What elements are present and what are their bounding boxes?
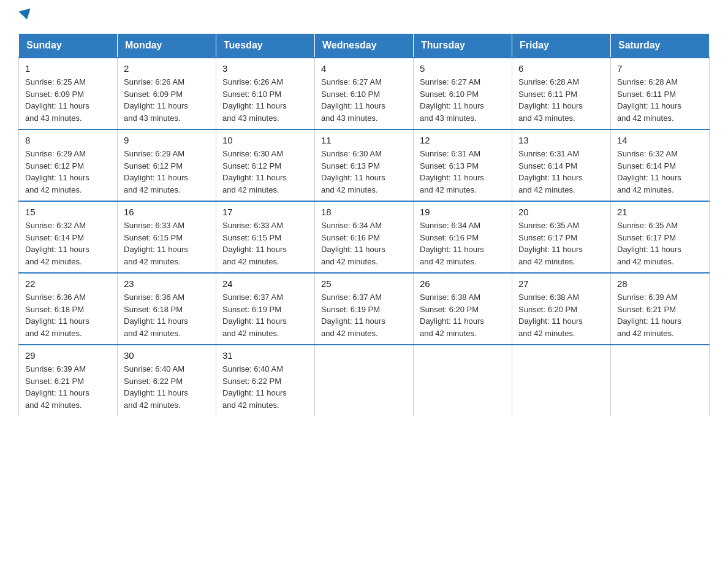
day-number: 5 <box>420 63 506 74</box>
day-info: Sunrise: 6:33 AMSunset: 6:15 PMDaylight:… <box>222 221 287 266</box>
calendar-cell: 1 Sunrise: 6:25 AMSunset: 6:09 PMDayligh… <box>19 58 118 129</box>
day-info: Sunrise: 6:37 AMSunset: 6:19 PMDaylight:… <box>321 293 385 338</box>
day-info: Sunrise: 6:25 AMSunset: 6:09 PMDaylight:… <box>25 77 89 123</box>
calendar-cell: 14 Sunrise: 6:32 AMSunset: 6:14 PMDaylig… <box>611 129 710 201</box>
day-info: Sunrise: 6:35 AMSunset: 6:17 PMDaylight:… <box>617 221 681 266</box>
calendar-header-monday: Monday <box>118 34 216 58</box>
calendar-cell: 15 Sunrise: 6:32 AMSunset: 6:14 PMDaylig… <box>19 201 118 273</box>
calendar-cell <box>512 345 611 416</box>
day-info: Sunrise: 6:26 AMSunset: 6:09 PMDaylight:… <box>124 77 188 123</box>
day-info: Sunrise: 6:37 AMSunset: 6:19 PMDaylight:… <box>222 293 287 338</box>
calendar-cell: 27 Sunrise: 6:38 AMSunset: 6:20 PMDaylig… <box>512 273 611 345</box>
day-number: 24 <box>222 278 308 289</box>
calendar-table: SundayMondayTuesdayWednesdayThursdayFrid… <box>18 33 710 416</box>
day-number: 18 <box>321 207 407 217</box>
calendar-cell: 23 Sunrise: 6:36 AMSunset: 6:18 PMDaylig… <box>118 273 216 345</box>
day-number: 17 <box>222 207 308 217</box>
day-info: Sunrise: 6:28 AMSunset: 6:11 PMDaylight:… <box>617 77 681 123</box>
calendar-cell: 12 Sunrise: 6:31 AMSunset: 6:13 PMDaylig… <box>414 129 512 201</box>
day-number: 3 <box>222 63 308 74</box>
day-number: 9 <box>124 135 210 145</box>
day-info: Sunrise: 6:33 AMSunset: 6:15 PMDaylight:… <box>124 221 188 266</box>
calendar-cell: 25 Sunrise: 6:37 AMSunset: 6:19 PMDaylig… <box>315 273 414 345</box>
day-info: Sunrise: 6:36 AMSunset: 6:18 PMDaylight:… <box>124 293 188 338</box>
calendar-cell: 26 Sunrise: 6:38 AMSunset: 6:20 PMDaylig… <box>414 273 512 345</box>
day-number: 30 <box>124 350 210 361</box>
calendar-header-wednesday: Wednesday <box>315 34 414 58</box>
calendar-cell: 17 Sunrise: 6:33 AMSunset: 6:15 PMDaylig… <box>216 201 315 273</box>
calendar-header-sunday: Sunday <box>19 34 118 58</box>
page-header <box>18 12 710 22</box>
day-number: 31 <box>222 350 308 361</box>
calendar-header-thursday: Thursday <box>414 34 512 58</box>
day-info: Sunrise: 6:27 AMSunset: 6:10 PMDaylight:… <box>420 77 484 123</box>
day-number: 26 <box>420 278 506 289</box>
calendar-cell: 13 Sunrise: 6:31 AMSunset: 6:14 PMDaylig… <box>512 129 611 201</box>
day-number: 14 <box>617 135 703 145</box>
calendar-cell: 31 Sunrise: 6:40 AMSunset: 6:22 PMDaylig… <box>216 345 315 416</box>
day-number: 8 <box>25 135 111 145</box>
calendar-cell: 20 Sunrise: 6:35 AMSunset: 6:17 PMDaylig… <box>512 201 611 273</box>
day-info: Sunrise: 6:38 AMSunset: 6:20 PMDaylight:… <box>518 293 583 338</box>
calendar-header-friday: Friday <box>512 34 611 58</box>
day-info: Sunrise: 6:28 AMSunset: 6:11 PMDaylight:… <box>518 77 583 123</box>
calendar-cell <box>611 345 710 416</box>
day-info: Sunrise: 6:34 AMSunset: 6:16 PMDaylight:… <box>420 221 484 266</box>
calendar-cell: 30 Sunrise: 6:40 AMSunset: 6:22 PMDaylig… <box>118 345 216 416</box>
calendar-cell: 16 Sunrise: 6:33 AMSunset: 6:15 PMDaylig… <box>118 201 216 273</box>
day-number: 29 <box>25 350 111 361</box>
calendar-cell: 3 Sunrise: 6:26 AMSunset: 6:10 PMDayligh… <box>216 58 315 129</box>
day-info: Sunrise: 6:30 AMSunset: 6:12 PMDaylight:… <box>222 149 287 194</box>
day-number: 6 <box>518 63 604 74</box>
day-info: Sunrise: 6:36 AMSunset: 6:18 PMDaylight:… <box>25 293 89 338</box>
day-info: Sunrise: 6:34 AMSunset: 6:16 PMDaylight:… <box>321 221 385 266</box>
day-number: 1 <box>25 63 111 74</box>
calendar-cell: 24 Sunrise: 6:37 AMSunset: 6:19 PMDaylig… <box>216 273 315 345</box>
calendar-cell: 11 Sunrise: 6:30 AMSunset: 6:13 PMDaylig… <box>315 129 414 201</box>
calendar-cell: 29 Sunrise: 6:39 AMSunset: 6:21 PMDaylig… <box>19 345 118 416</box>
day-number: 2 <box>124 63 210 74</box>
calendar-cell: 22 Sunrise: 6:36 AMSunset: 6:18 PMDaylig… <box>19 273 118 345</box>
day-info: Sunrise: 6:39 AMSunset: 6:21 PMDaylight:… <box>25 364 89 410</box>
day-number: 16 <box>124 207 210 217</box>
logo <box>18 12 32 22</box>
calendar-cell: 8 Sunrise: 6:29 AMSunset: 6:12 PMDayligh… <box>19 129 118 201</box>
day-number: 15 <box>25 207 111 217</box>
day-number: 28 <box>617 278 703 289</box>
calendar-cell <box>315 345 414 416</box>
day-info: Sunrise: 6:32 AMSunset: 6:14 PMDaylight:… <box>25 221 89 266</box>
day-info: Sunrise: 6:40 AMSunset: 6:22 PMDaylight:… <box>222 364 287 410</box>
day-info: Sunrise: 6:29 AMSunset: 6:12 PMDaylight:… <box>124 149 188 194</box>
day-info: Sunrise: 6:27 AMSunset: 6:10 PMDaylight:… <box>321 77 385 123</box>
day-number: 12 <box>420 135 506 145</box>
calendar-header-saturday: Saturday <box>611 34 710 58</box>
day-info: Sunrise: 6:39 AMSunset: 6:21 PMDaylight:… <box>617 293 681 338</box>
day-number: 21 <box>617 207 703 217</box>
calendar-header-row: SundayMondayTuesdayWednesdayThursdayFrid… <box>19 34 710 58</box>
calendar-cell: 18 Sunrise: 6:34 AMSunset: 6:16 PMDaylig… <box>315 201 414 273</box>
day-info: Sunrise: 6:40 AMSunset: 6:22 PMDaylight:… <box>124 364 188 410</box>
calendar-cell: 21 Sunrise: 6:35 AMSunset: 6:17 PMDaylig… <box>611 201 710 273</box>
day-number: 10 <box>222 135 308 145</box>
calendar-cell: 5 Sunrise: 6:27 AMSunset: 6:10 PMDayligh… <box>414 58 512 129</box>
calendar-cell: 7 Sunrise: 6:28 AMSunset: 6:11 PMDayligh… <box>611 58 710 129</box>
day-number: 23 <box>124 278 210 289</box>
day-number: 19 <box>420 207 506 217</box>
calendar-header-tuesday: Tuesday <box>216 34 315 58</box>
day-number: 7 <box>617 63 703 74</box>
calendar-cell: 6 Sunrise: 6:28 AMSunset: 6:11 PMDayligh… <box>512 58 611 129</box>
day-info: Sunrise: 6:32 AMSunset: 6:14 PMDaylight:… <box>617 149 681 194</box>
day-number: 25 <box>321 278 407 289</box>
day-number: 22 <box>25 278 111 289</box>
day-info: Sunrise: 6:31 AMSunset: 6:13 PMDaylight:… <box>420 149 484 194</box>
day-info: Sunrise: 6:35 AMSunset: 6:17 PMDaylight:… <box>518 221 583 266</box>
calendar-cell: 4 Sunrise: 6:27 AMSunset: 6:10 PMDayligh… <box>315 58 414 129</box>
day-info: Sunrise: 6:38 AMSunset: 6:20 PMDaylight:… <box>420 293 484 338</box>
calendar-cell: 9 Sunrise: 6:29 AMSunset: 6:12 PMDayligh… <box>118 129 216 201</box>
calendar-cell: 10 Sunrise: 6:30 AMSunset: 6:12 PMDaylig… <box>216 129 315 201</box>
day-number: 13 <box>518 135 604 145</box>
day-number: 27 <box>518 278 604 289</box>
calendar-cell: 19 Sunrise: 6:34 AMSunset: 6:16 PMDaylig… <box>414 201 512 273</box>
day-number: 20 <box>518 207 604 217</box>
day-number: 4 <box>321 63 407 74</box>
